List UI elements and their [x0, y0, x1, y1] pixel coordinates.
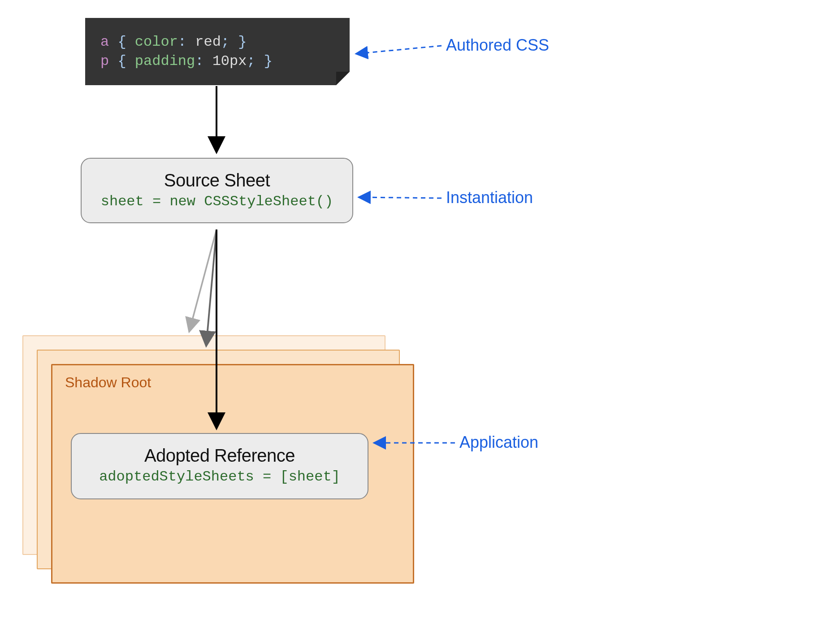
annotation-application: Application — [459, 433, 538, 452]
adopted-reference-title: Adopted Reference — [81, 446, 359, 466]
code-line-2: p { padding: 10px; } — [100, 52, 334, 71]
dog-ear-icon — [336, 72, 350, 85]
adopted-reference-box: Adopted Reference adoptedStyleSheets = [… — [71, 433, 368, 499]
authored-css-code-block: a { color: red; } p { padding: 10px; } — [85, 18, 350, 85]
code-line-1: a { color: red; } — [100, 32, 334, 52]
arrow-sheet-to-root-back — [189, 230, 216, 332]
annotation-instantiation: Instantiation — [446, 188, 533, 207]
arrow-sheet-to-root-mid — [206, 230, 216, 346]
shadow-root-label: Shadow Root — [65, 374, 400, 391]
source-sheet-title: Source Sheet — [91, 170, 343, 191]
code-property: padding — [135, 53, 195, 69]
arrow-annotation-instantiation — [359, 197, 442, 198]
source-sheet-code: sheet = new CSSStyleSheet() — [91, 193, 343, 210]
annotation-authored-css: Authored CSS — [446, 36, 549, 55]
code-selector: a — [100, 34, 109, 50]
adopted-reference-code: adoptedStyleSheets = [sheet] — [81, 468, 359, 485]
code-value: 10px — [212, 53, 247, 69]
diagram-canvas: a { color: red; } p { padding: 10px; } S… — [18, 18, 578, 592]
code-property: color — [135, 34, 178, 50]
code-value: red — [195, 34, 221, 50]
arrow-annotation-authored-css — [356, 46, 442, 54]
code-selector: p — [100, 53, 109, 69]
source-sheet-box: Source Sheet sheet = new CSSStyleSheet() — [81, 158, 353, 223]
